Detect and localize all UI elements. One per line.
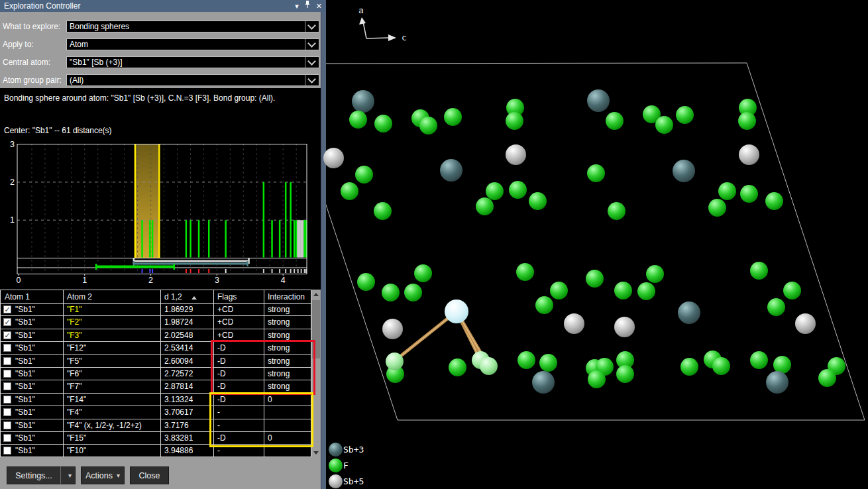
y-axis-label: 1 <box>10 215 15 225</box>
cell-distance: 3.94886 <box>164 445 193 457</box>
row-checkbox[interactable] <box>3 382 11 390</box>
dropdown-field[interactable]: Bonding spheres <box>66 21 319 32</box>
atom-legend: Sb+3 F Sb+5 <box>329 441 364 489</box>
cell-atom2: "F1" <box>67 303 82 316</box>
row-checkbox[interactable] <box>3 370 11 378</box>
cell-atom1: "Sb1" <box>15 394 35 406</box>
atom-sphere-f-bonded[interactable] <box>480 357 498 375</box>
cell-atom1: "Sb1" <box>15 432 35 445</box>
annotation-red-box <box>211 340 315 395</box>
row-checkbox[interactable] <box>3 344 11 352</box>
scroll-down-button[interactable] <box>311 448 321 457</box>
cell-distance: 2.87814 <box>164 380 193 393</box>
dropdown-value: Bonding spheres <box>67 22 305 31</box>
row-checkbox[interactable] <box>3 434 11 442</box>
cell-atom2: "F14" <box>67 394 86 406</box>
bonding-sphere-summary: Bonding sphere around atom: "Sb1" [Sb (+… <box>4 93 275 103</box>
selection-band[interactable] <box>135 144 160 258</box>
row-checkbox[interactable] <box>3 447 11 455</box>
table-row[interactable]: ✓"Sb1""F2"1.98724+CDstrong <box>1 316 312 329</box>
x-axis-label: 1 <box>82 276 87 285</box>
settings-dropdown-button[interactable]: ▾ <box>60 466 76 484</box>
col-header-flags[interactable]: Flags <box>213 290 237 303</box>
row-checkbox[interactable]: ✓ <box>3 305 11 313</box>
x-axis-label: 3 <box>215 276 219 285</box>
distance-histogram[interactable]: 01234123 <box>0 139 321 285</box>
explore-form: What to explore:Bonding spheresApply to:… <box>0 12 321 88</box>
cell-distance: 3.7176 <box>164 419 189 432</box>
panel-titlebar: Exploration Controller ▾ ✕ <box>0 0 326 12</box>
row-checkbox[interactable] <box>3 408 11 416</box>
close-icon[interactable]: ✕ <box>316 0 322 12</box>
col-header-atom2[interactable]: Atom 2 <box>63 290 92 303</box>
atom-sphere-selected[interactable] <box>445 299 468 323</box>
scroll-up-button[interactable] <box>311 290 321 299</box>
chevron-down-icon: ▾ <box>68 472 72 479</box>
dropdown-separator <box>305 39 305 50</box>
cell-atom2: "F2" <box>67 316 82 329</box>
cell-atom1: "Sb1" <box>15 380 35 393</box>
actions-button[interactable]: Actions▾ <box>81 466 125 484</box>
cell-flags: +CD <box>217 316 233 329</box>
cell-atom2: "F10" <box>67 445 86 457</box>
dropdown-field[interactable]: (All) <box>66 74 319 86</box>
cell-atom1: "Sb1" <box>15 419 35 432</box>
cell-atom2: "F7" <box>67 380 82 393</box>
chevron-down-icon <box>307 75 316 83</box>
cell-atom2: "F4" (x, 1/2-y, -1/2+z) <box>67 419 142 432</box>
center-distance-count: Center: "Sb1" -- 61 distance(s) <box>4 126 112 135</box>
cell-interaction: strong <box>268 303 290 316</box>
row-checkbox[interactable]: ✓ <box>3 331 11 339</box>
col-header-atom1[interactable]: Atom 1 <box>1 290 30 303</box>
cell-atom1: "Sb1" <box>15 303 35 316</box>
cell-distance: 2.02548 <box>164 329 193 342</box>
cell-distance: 2.60094 <box>164 355 193 368</box>
cell-atom1: "Sb1" <box>15 355 35 368</box>
range-bar[interactable] <box>134 263 248 265</box>
table-header: Atom 1 Atom 2 d 1,2 Flags Interaction <box>1 290 312 304</box>
cell-distance: 1.86929 <box>164 303 193 316</box>
chevron-down-icon[interactable]: ▾ <box>295 0 299 12</box>
cell-atom1: "Sb1" <box>15 342 35 354</box>
sort-ascending-icon <box>191 296 197 299</box>
panel-title: Exploration Controller <box>0 1 80 11</box>
cell-atom1: "Sb1" <box>15 445 35 457</box>
cell-distance: 1.98724 <box>164 316 193 329</box>
atom-sphere-f-bonded[interactable] <box>386 353 404 370</box>
cell-distance: 2.72572 <box>164 368 193 380</box>
structure-viewer[interactable]: ac Sb+3 F Sb+5 <box>326 0 868 489</box>
field-label: Atom group pair: <box>3 74 62 86</box>
table-row[interactable]: ✓"Sb1""F1"1.86929+CDstrong <box>1 303 312 316</box>
range-bar[interactable] <box>96 266 174 268</box>
cell-distance: 3.83281 <box>164 432 193 445</box>
col-header-d12[interactable]: d 1,2 <box>160 290 197 303</box>
row-checkbox[interactable] <box>3 396 11 404</box>
x-axis-label: 0 <box>17 276 21 285</box>
cell-atom2: "F6" <box>67 368 82 380</box>
cell-flags: +CD <box>217 303 233 316</box>
cell-atom1: "Sb1" <box>15 329 35 342</box>
legend-item-sb5: Sb+5 <box>329 473 364 489</box>
chevron-down-icon: ▾ <box>117 472 120 479</box>
col-header-interaction[interactable]: Interaction <box>264 290 305 303</box>
dropdown-field[interactable]: Atom <box>66 38 319 50</box>
x-axis-label: 4 <box>281 276 286 285</box>
pin-icon[interactable] <box>304 0 311 12</box>
cell-atom1: "Sb1" <box>15 406 35 419</box>
dropdown-separator <box>305 57 305 68</box>
range-bar[interactable] <box>134 260 249 262</box>
bonds-layer <box>326 0 868 489</box>
cell-atom1: "Sb1" <box>15 368 35 380</box>
chevron-down-icon <box>307 21 316 30</box>
form-row: Apply to:Atom <box>0 38 321 50</box>
row-checkbox[interactable] <box>3 421 11 429</box>
dropdown-field[interactable]: "Sb1" [Sb (+3)] <box>66 56 319 68</box>
settings-button[interactable]: Settings... <box>7 466 61 484</box>
row-checkbox[interactable] <box>3 357 11 365</box>
row-checkbox[interactable]: ✓ <box>3 318 11 326</box>
close-button[interactable]: Close <box>130 466 169 484</box>
field-label: Central atom: <box>3 56 50 68</box>
form-row: What to explore:Bonding spheres <box>0 21 321 32</box>
dropdown-separator <box>305 75 305 85</box>
application-window: Exploration Controller ▾ ✕ What to explo… <box>0 0 868 489</box>
